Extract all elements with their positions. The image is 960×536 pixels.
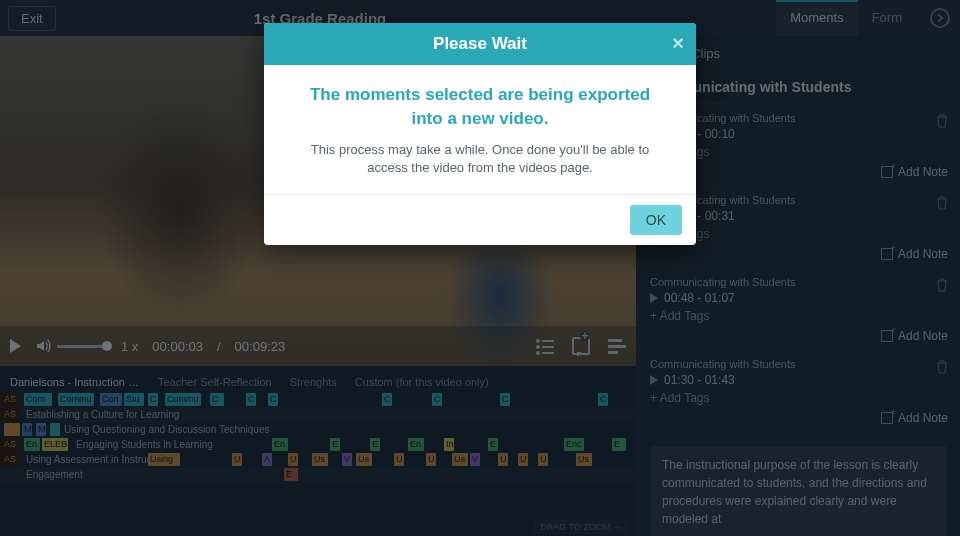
export-modal: Please Wait × The moments selected are b… — [264, 23, 696, 245]
modal-message: The moments selected are being exported … — [294, 83, 666, 131]
modal-title: Please Wait — [433, 34, 527, 53]
modal-header: Please Wait × — [264, 23, 696, 65]
modal-subtext: This process may take a while. Once done… — [294, 141, 666, 179]
app-root: Exit 1st Grade Reading Moments Form 1 x … — [0, 0, 960, 536]
close-icon[interactable]: × — [672, 33, 684, 53]
ok-button[interactable]: OK — [630, 205, 682, 235]
modal-body: The moments selected are being exported … — [264, 65, 696, 194]
modal-footer: OK — [264, 194, 696, 245]
